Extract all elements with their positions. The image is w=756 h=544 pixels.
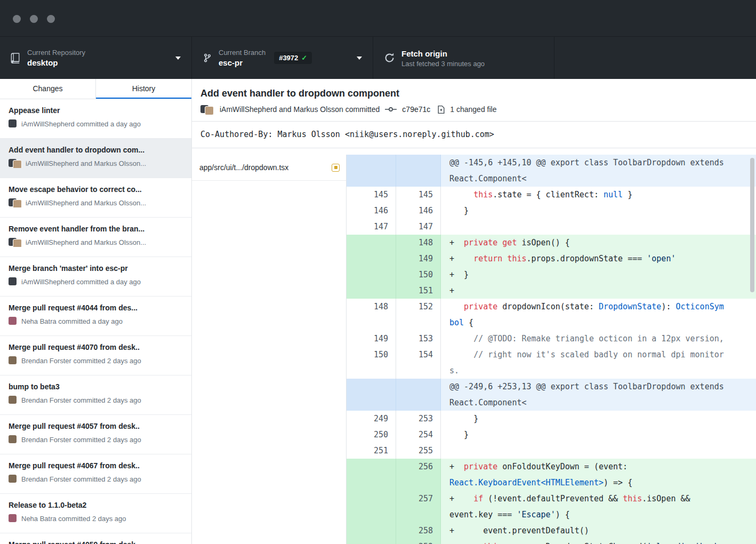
fetch-origin-button[interactable]: Fetch origin Last fetched 3 minutes ago	[373, 37, 554, 79]
author-avatars	[9, 356, 18, 365]
diff-row-context: 145145 this.state = { clientRect: null }	[347, 187, 756, 203]
commit-title: Add event handler to dropdown component	[192, 79, 756, 105]
commit-byline: Brendan Forster committed 2 days ago	[9, 435, 183, 444]
sidebar-tabs: Changes History	[0, 79, 191, 99]
code-line	[441, 443, 756, 459]
new-line-number: 154	[396, 347, 441, 379]
new-line-number	[396, 155, 441, 187]
commit-sha: c79e71c	[402, 105, 430, 114]
commit-byline: Brendan Forster committed 2 days ago	[9, 474, 183, 484]
commit-byline: Neha Batra committed 2 days ago	[9, 514, 183, 523]
old-line-number	[347, 155, 396, 187]
old-line-number	[347, 491, 396, 523]
commit-list-item[interactable]: Merge pull request #4044 from des...Neha…	[0, 297, 191, 336]
history-sidebar: Changes History Appease linteriAmWillShe…	[0, 79, 192, 544]
commit-list-item[interactable]: Merge branch 'master' into esc-priAmWill…	[0, 257, 191, 297]
diff-row-context: 150154 // right now it's scaled badly on…	[347, 347, 756, 379]
code-line: // @TODO: Remake triangle octicon in a 1…	[441, 331, 756, 347]
new-line-number: 146	[396, 203, 441, 219]
file-list-item[interactable]: app/src/ui/t.../dropdown.tsx	[192, 155, 346, 181]
code-line: @@ -145,6 +145,10 @@ export class Toolba…	[441, 155, 756, 187]
commit-list-item[interactable]: Merge pull request #4059 from desk..	[0, 533, 191, 544]
commit-list-item[interactable]: Move escape behavior to correct co...iAm…	[0, 178, 191, 218]
old-line-number	[347, 379, 396, 411]
code-line: this.state = { clientRect: null }	[441, 187, 756, 203]
new-line-number: 259	[396, 539, 441, 544]
avatar	[9, 317, 17, 325]
avatar	[9, 396, 17, 404]
diff-row-context: 147147	[347, 219, 756, 235]
commit-list-item[interactable]: Merge pull request #4070 from desk..Bren…	[0, 336, 191, 375]
commit-byline: Brendan Forster committed 2 days ago	[9, 356, 183, 365]
author-avatars	[9, 316, 18, 326]
old-line-number: 147	[347, 219, 396, 235]
commit-list-item[interactable]: Merge pull request #4067 from desk..Bren…	[0, 454, 191, 494]
commit-list-item[interactable]: Merge pull request #4057 from desk..Bren…	[0, 415, 191, 454]
diff-row-context: 249253 }	[347, 411, 756, 427]
old-line-number: 146	[347, 203, 396, 219]
author-avatars	[9, 119, 18, 129]
old-line-number	[347, 251, 396, 267]
old-line-number	[347, 283, 396, 299]
zoom-button[interactable]	[47, 15, 55, 23]
current-branch-dropdown[interactable]: Current Branch esc-pr #3972 ✓	[192, 37, 373, 79]
new-line-number: 150	[396, 267, 441, 283]
diff-row-add: 256+ private onFoldoutKeyDown = (event: …	[347, 459, 756, 491]
repository-label: Current Repository	[27, 49, 85, 57]
commit-list-item[interactable]: Release to 1.1.0-beta2Neha Batra committ…	[0, 494, 191, 533]
new-line-number: 256	[396, 459, 441, 491]
author-avatars	[9, 435, 18, 444]
code-line: // right now it's scaled badly on normal…	[441, 347, 756, 379]
author-avatars	[9, 474, 18, 484]
new-line-number: 253	[396, 411, 441, 427]
commit-byline: iAmWillShepherd committed a day ago	[9, 277, 183, 286]
commit-byline: iAmWillShepherd and Markus Olsson...	[9, 237, 183, 247]
commit-list-item[interactable]: Appease linteriAmWillShepherd committed …	[0, 99, 191, 139]
commit-byline: Brendan Forster committed 2 days ago	[9, 395, 183, 405]
old-line-number: 148	[347, 299, 396, 331]
commit-summary: Move escape behavior to correct co...	[9, 185, 183, 194]
new-line-number: 148	[396, 235, 441, 251]
diff-row-context: 149153 // @TODO: Remake triangle octicon…	[347, 331, 756, 347]
modified-status-icon	[332, 164, 340, 172]
new-line-number	[396, 379, 441, 411]
code-line: private dropdownIcon(state: DropdownStat…	[441, 299, 756, 331]
commit-summary: Remove event handler from the bran...	[9, 224, 183, 234]
old-line-number	[347, 267, 396, 283]
author-avatars	[9, 158, 22, 168]
current-repository-dropdown[interactable]: Current Repository desktop	[0, 37, 192, 79]
old-line-number: 149	[347, 331, 396, 347]
git-commit-icon	[384, 105, 397, 114]
code-line: }	[441, 427, 756, 443]
avatar	[13, 160, 22, 168]
code-line: }	[441, 203, 756, 219]
git-branch-icon	[203, 52, 212, 63]
diff-row-add: 148+ private get isOpen() {	[347, 235, 756, 251]
tab-changes[interactable]: Changes	[0, 79, 96, 99]
close-button[interactable]	[13, 15, 21, 23]
diff-row-add: 151+	[347, 283, 756, 299]
commit-list-item[interactable]: Add event handler to dropdown com...iAmW…	[0, 139, 191, 178]
traffic-lights	[13, 15, 55, 23]
commit-summary: Add event handler to dropdown com...	[9, 145, 183, 155]
code-line	[441, 219, 756, 235]
branch-label: Current Branch	[219, 49, 266, 57]
author-avatars	[9, 395, 18, 405]
ci-success-check-icon: ✓	[301, 54, 307, 62]
new-line-number: 147	[396, 219, 441, 235]
commit-list-item[interactable]: bump to beta3Brendan Forster committed 2…	[0, 375, 191, 415]
minimize-button[interactable]	[30, 15, 38, 23]
commit-list-item[interactable]: Remove event handler from the bran...iAm…	[0, 218, 191, 257]
diff-row-add: 258+ event.preventDefault()	[347, 523, 756, 539]
new-line-number: 153	[396, 331, 441, 347]
repository-name: desktop	[27, 58, 85, 68]
new-line-number: 254	[396, 427, 441, 443]
old-line-number: 249	[347, 411, 396, 427]
tab-history[interactable]: History	[96, 79, 191, 99]
old-line-number: 251	[347, 443, 396, 459]
author-avatars	[200, 105, 214, 114]
commit-byline: iAmWillShepherd and Markus Olsson...	[9, 198, 183, 207]
diff-row-add: 149+ return this.props.dropdownState ===…	[347, 251, 756, 267]
commit-summary: Merge pull request #4044 from des...	[9, 303, 183, 313]
vertical-scrollbar-thumb[interactable]	[750, 158, 754, 292]
